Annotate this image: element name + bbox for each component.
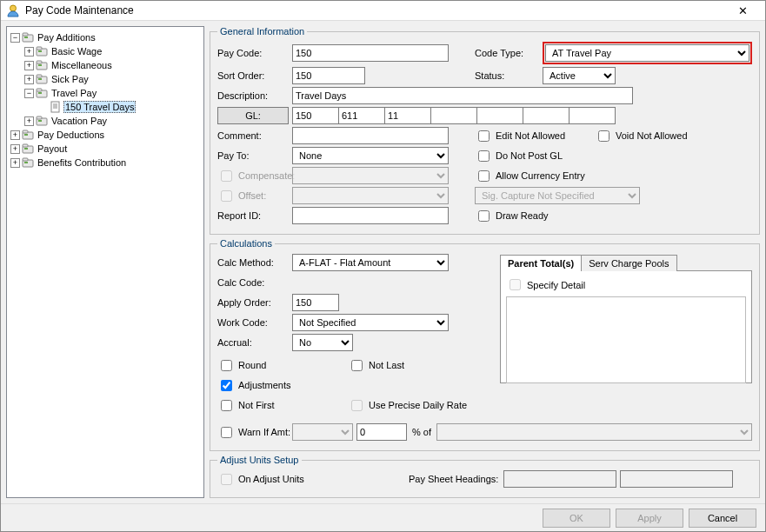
percent-of-select — [436, 423, 752, 441]
do-not-post-gl-check[interactable]: Do Not Post GL — [475, 148, 563, 164]
expand-icon[interactable]: + — [24, 116, 34, 126]
not-first-check[interactable]: Not First — [217, 397, 348, 414]
ok-button[interactable]: OK — [543, 509, 610, 528]
folder-icon — [22, 156, 34, 169]
folder-icon — [36, 45, 48, 57]
folder-icon — [36, 87, 48, 99]
tree-item[interactable]: −Pay Additions — [10, 30, 202, 44]
tree-item[interactable]: +Basic Wage — [24, 44, 202, 58]
expand-icon[interactable]: + — [10, 158, 20, 168]
svg-rect-24 — [23, 130, 28, 133]
collapse-icon[interactable]: − — [24, 89, 34, 98]
document-icon — [50, 101, 62, 113]
parent-totals-list[interactable] — [506, 296, 746, 383]
expand-icon[interactable]: + — [24, 75, 34, 84]
tree-label: Payout — [36, 143, 69, 154]
status-select[interactable]: Active — [543, 67, 616, 84]
svg-rect-31 — [24, 162, 28, 163]
code-type-select[interactable]: AT Travel Pay — [545, 44, 749, 62]
gl-segment-6[interactable] — [569, 107, 616, 124]
svg-point-0 — [10, 5, 17, 11]
collapse-icon[interactable]: − — [10, 33, 20, 43]
sig-capture-select: Sig. Capture Not Specified — [475, 187, 640, 204]
calc-legend: Calculations — [217, 238, 275, 249]
gl-segment-2[interactable] — [384, 107, 431, 124]
report-id-label: Report ID: — [217, 210, 292, 221]
apply-button[interactable]: Apply — [616, 509, 683, 528]
tree-item[interactable]: +Sick Pay — [24, 72, 202, 86]
expand-icon[interactable]: + — [10, 144, 20, 154]
comment-input[interactable] — [292, 127, 449, 144]
gl-segment-4[interactable] — [476, 107, 523, 124]
svg-rect-2 — [23, 33, 28, 36]
adjustments-check[interactable]: Adjustments — [217, 377, 291, 394]
pay-code-input[interactable] — [292, 44, 449, 62]
adjust-legend: Adjust Units Setup — [217, 455, 302, 465]
folder-icon — [22, 143, 34, 155]
svg-rect-11 — [37, 75, 42, 77]
offset-select — [292, 187, 449, 204]
svg-rect-15 — [38, 92, 42, 94]
gl-segment-5[interactable] — [523, 107, 570, 124]
pay-to-select[interactable]: None — [292, 147, 449, 164]
expand-icon[interactable]: + — [24, 47, 34, 57]
not-last-check[interactable]: Not Last — [348, 357, 404, 374]
general-info-group: General Information Pay Code: Code Type:… — [210, 26, 760, 235]
gl-segment-1[interactable] — [338, 107, 385, 124]
accrual-select[interactable]: No — [292, 334, 353, 351]
apply-order-input[interactable] — [292, 294, 339, 311]
tab-parent-totals[interactable]: Parent Total(s) — [500, 255, 582, 271]
report-id-input[interactable] — [292, 207, 449, 224]
gl-segment-0[interactable] — [292, 107, 339, 124]
work-code-select[interactable]: Not Specified — [292, 314, 449, 331]
window-title: Pay Code Maintenance — [25, 4, 725, 17]
work-code-label: Work Code: — [217, 317, 292, 328]
gl-button[interactable]: GL: — [217, 107, 289, 124]
void-not-allowed-check[interactable]: Void Not Allowed — [595, 128, 688, 144]
tab-serv-charge[interactable]: Serv Charge Pools — [581, 255, 676, 271]
expand-icon[interactable]: + — [10, 130, 20, 140]
tree-item[interactable]: +Pay Deductions — [10, 128, 202, 142]
sort-order-input[interactable] — [292, 67, 365, 84]
tree-label: Sick Pay — [50, 74, 90, 84]
warn-if-amt-check[interactable]: Warn If Amt: — [217, 424, 292, 441]
tree-item[interactable]: +Vacation Pay — [24, 114, 202, 128]
warn-val-input[interactable] — [356, 423, 407, 441]
tree-item[interactable]: 150 Travel Days — [38, 100, 202, 114]
calc-method-select[interactable]: A-FLAT - Flat Amount — [292, 254, 449, 271]
body: −Pay Additions+Basic Wage+Miscellaneous+… — [1, 21, 765, 503]
svg-rect-5 — [37, 47, 42, 50]
tree-label: Benefits Contribution — [36, 157, 128, 168]
pay-sheet-heading2 — [620, 470, 733, 488]
tree-label: Pay Deductions — [36, 130, 106, 140]
round-check[interactable]: Round — [217, 357, 348, 374]
tree-item[interactable]: +Payout — [10, 142, 202, 156]
description-input[interactable] — [292, 87, 633, 104]
pay-to-label: Pay To: — [217, 150, 292, 161]
tree-item[interactable]: +Benefits Contribution — [10, 156, 202, 170]
draw-ready-check[interactable]: Draw Ready — [475, 208, 549, 224]
cancel-button[interactable]: Cancel — [689, 509, 756, 528]
calculations-group: Calculations Calc Method: A-FLAT - Flat … — [210, 238, 760, 451]
title-bar: Pay Code Maintenance ✕ — [1, 1, 765, 21]
expand-icon[interactable]: + — [24, 61, 34, 70]
window: Pay Code Maintenance ✕ −Pay Additions+Ba… — [0, 0, 766, 532]
specify-detail-check: Specify Detail — [506, 276, 746, 293]
allow-currency-check[interactable]: Allow Currency Entry — [475, 168, 585, 184]
calc-method-label: Calc Method: — [217, 257, 292, 268]
nav-tree[interactable]: −Pay Additions+Basic Wage+Miscellaneous+… — [9, 30, 202, 170]
compensate-check: Compensate: — [217, 168, 292, 184]
svg-rect-9 — [38, 64, 42, 66]
tree-label: Vacation Pay — [50, 116, 109, 126]
tree-item[interactable]: +Miscellaneous — [24, 58, 202, 72]
pay-code-label: Pay Code: — [217, 48, 292, 58]
compensate-select — [292, 167, 449, 184]
svg-rect-6 — [38, 50, 42, 52]
gl-segment-3[interactable] — [430, 107, 477, 124]
svg-rect-21 — [37, 116, 42, 119]
edit-not-allowed-check[interactable]: Edit Not Allowed — [475, 128, 595, 144]
dialog-footer: OK Apply Cancel — [1, 503, 765, 531]
tree-item[interactable]: −Travel Pay — [24, 86, 202, 100]
percent-of-label: % of — [407, 427, 436, 437]
close-button[interactable]: ✕ — [725, 1, 760, 20]
